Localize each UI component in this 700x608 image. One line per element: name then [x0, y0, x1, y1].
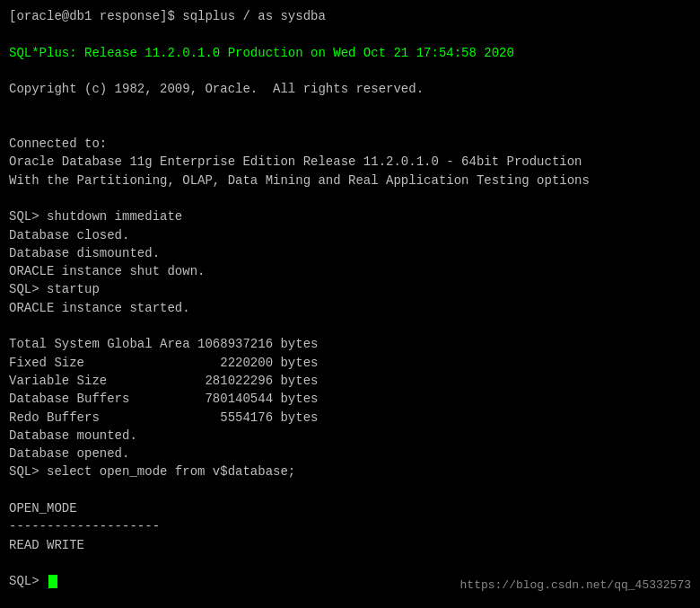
oracle-shutdown-line: ORACLE instance shut down. [9, 262, 691, 280]
sga-total-line: Total System Global Area 1068937216 byte… [9, 335, 691, 353]
blank-line-2 [9, 62, 691, 80]
db-opened-line: Database opened. [9, 445, 691, 463]
startup-cmd-line: SQL> startup [9, 280, 691, 298]
watermark: https://blog.csdn.net/qq_45332573 [460, 578, 691, 592]
blank-line-3 [9, 98, 691, 116]
open-mode-header-line: OPEN_MODE [9, 499, 691, 517]
terminal-cursor [48, 575, 57, 588]
cmd-line: [oracle@db1 response]$ sqlplus / as sysd… [9, 7, 691, 25]
blank-line-7 [9, 481, 691, 499]
sqlplus-version-line: SQL*Plus: Release 11.2.0.1.0 Production … [9, 44, 691, 62]
oracle-options-line: With the Partitioning, OLAP, Data Mining… [9, 172, 691, 189]
redo-buffers-line: Redo Buffers 5554176 bytes [9, 409, 691, 427]
db-buffers-line: Database Buffers 780140544 bytes [9, 390, 691, 408]
connected-to-line: Connected to: [9, 135, 691, 153]
blank-line-4 [9, 117, 691, 135]
terminal-window: [oracle@db1 response]$ sqlplus / as sysd… [0, 0, 700, 608]
db-dismounted-line: Database dismounted. [9, 244, 691, 262]
fixed-size-line: Fixed Size 2220200 bytes [9, 354, 691, 372]
blank-line-1 [9, 25, 691, 43]
oracle-edition-line: Oracle Database 11g Enterprise Edition R… [9, 153, 691, 171]
open-mode-divider-line: -------------------- [9, 517, 691, 535]
oracle-started-line: ORACLE instance started. [9, 299, 691, 317]
prompt-text: SQL> [9, 572, 47, 590]
db-mounted-line: Database mounted. [9, 427, 691, 445]
select-cmd-line: SQL> select open_mode from v$database; [9, 463, 691, 480]
copyright-line: Copyright (c) 1982, 2009, Oracle. All ri… [9, 80, 691, 98]
blank-line-6 [9, 317, 691, 335]
shutdown-cmd-line: SQL> shutdown immediate [9, 207, 691, 225]
open-mode-value-line: READ WRITE [9, 536, 691, 554]
db-closed-line: Database closed. [9, 226, 691, 244]
variable-size-line: Variable Size 281022296 bytes [9, 372, 691, 390]
blank-line-5 [9, 189, 691, 207]
blank-line-8 [9, 554, 691, 572]
